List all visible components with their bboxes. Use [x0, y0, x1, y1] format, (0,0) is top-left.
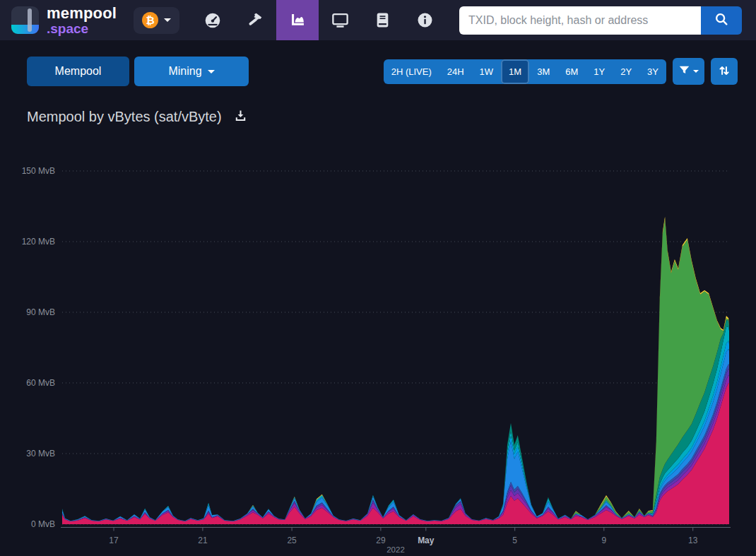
chevron-down-icon	[208, 70, 215, 73]
area-chart-icon	[288, 11, 307, 30]
chart-header: Mempool by vBytes (sat/vByte)	[27, 107, 249, 126]
area-layer-3	[62, 364, 729, 521]
y-axis-label: 150 MvB	[22, 166, 55, 176]
area-layer-6	[62, 326, 729, 521]
y-axis-label: 90 MvB	[26, 307, 55, 317]
nav-tabs	[191, 0, 446, 40]
area-layer-9	[62, 217, 729, 521]
area-layer-2	[62, 369, 729, 521]
tachometer-icon	[203, 11, 222, 30]
mining-label: Mining	[168, 65, 201, 78]
sort-toggle-button[interactable]	[711, 58, 738, 85]
mempool-logo[interactable]: mempool .space	[11, 6, 117, 35]
chart-svg[interactable]: 0 MvB30 MvB60 MvB90 MvB120 MvB150 MvB172…	[0, 139, 756, 556]
range-button-1m[interactable]: 1M	[501, 59, 529, 84]
tab-docs[interactable]	[361, 0, 403, 40]
graphs-toolbar: Mempool Mining 2H (LIVE)24H1W1M3M6M1Y2Y3…	[0, 57, 756, 86]
filter-dropdown-button[interactable]	[673, 58, 704, 85]
mempool-vbytes-chart[interactable]: 0 MvB30 MvB60 MvB90 MvB120 MvB150 MvB172…	[0, 139, 756, 556]
x-axis-label: 21	[198, 536, 208, 545]
area-layer-7	[62, 320, 729, 521]
area-layer-4	[62, 349, 729, 521]
tab-dashboard[interactable]	[191, 0, 234, 40]
hammer-icon	[246, 11, 264, 30]
book-icon	[374, 11, 391, 29]
network-selector-dropdown[interactable]: ₿	[134, 7, 179, 34]
chevron-down-icon	[693, 70, 699, 73]
range-button-3m[interactable]: 3M	[529, 59, 557, 84]
x-axis-label: 9	[601, 536, 606, 545]
area-layer-8	[62, 219, 729, 521]
area-layer-1	[62, 375, 729, 521]
range-button-24h[interactable]: 24H	[439, 59, 472, 84]
info-icon	[416, 11, 434, 29]
chevron-down-icon	[164, 18, 171, 22]
area-layer-5	[62, 341, 729, 521]
range-button-3y[interactable]: 3Y	[639, 59, 666, 84]
range-button-2h-live[interactable]: 2H (LIVE)	[384, 59, 439, 84]
mining-section-dropdown[interactable]: Mining	[134, 57, 249, 86]
tab-mining[interactable]	[234, 0, 276, 40]
search-button[interactable]	[701, 6, 742, 35]
range-button-2y[interactable]: 2Y	[613, 59, 639, 84]
x-axis-label: 25	[287, 536, 297, 545]
y-axis-label: 0 MvB	[31, 519, 55, 529]
y-axis-label: 120 MvB	[22, 237, 55, 247]
range-button-6m[interactable]: 6M	[557, 59, 586, 84]
x-axis-year-label: 2022	[386, 545, 405, 554]
y-axis-label: 30 MvB	[26, 449, 55, 459]
mempool-section-button[interactable]: Mempool	[27, 57, 129, 86]
search-input[interactable]	[459, 6, 701, 35]
bitcoin-icon: ₿	[142, 12, 158, 28]
tv-icon	[331, 11, 350, 30]
x-axis-label: 29	[376, 536, 386, 545]
area-layer-0	[62, 383, 729, 524]
y-axis-label: 60 MvB	[26, 378, 55, 388]
tab-tv[interactable]	[319, 0, 361, 40]
page-title: Mempool by vBytes (sat/vByte)	[27, 109, 222, 125]
logo-line1: mempool	[47, 6, 117, 21]
sort-arrows-icon	[717, 64, 731, 80]
logo-text: mempool .space	[47, 6, 117, 35]
filter-funnel-icon	[678, 64, 690, 78]
search-box	[459, 6, 742, 35]
range-button-1y[interactable]: 1Y	[586, 59, 613, 84]
x-axis-label: 17	[109, 536, 119, 545]
tab-graphs[interactable]	[276, 0, 319, 40]
navbar: mempool .space ₿	[0, 0, 756, 40]
range-button-1w[interactable]: 1W	[472, 59, 502, 84]
search-icon	[714, 11, 729, 29]
time-range-group: 2H (LIVE)24H1W1M3M6M1Y2Y3Y	[384, 59, 666, 84]
download-chart-button[interactable]	[232, 107, 249, 126]
x-axis-label: May	[418, 536, 435, 545]
logo-line2: .space	[47, 22, 117, 35]
download-icon	[234, 109, 247, 124]
x-axis-label: 13	[688, 536, 698, 545]
mempool-block-icon	[11, 6, 39, 34]
x-axis-label: 5	[512, 536, 517, 545]
tab-about[interactable]	[403, 0, 446, 40]
